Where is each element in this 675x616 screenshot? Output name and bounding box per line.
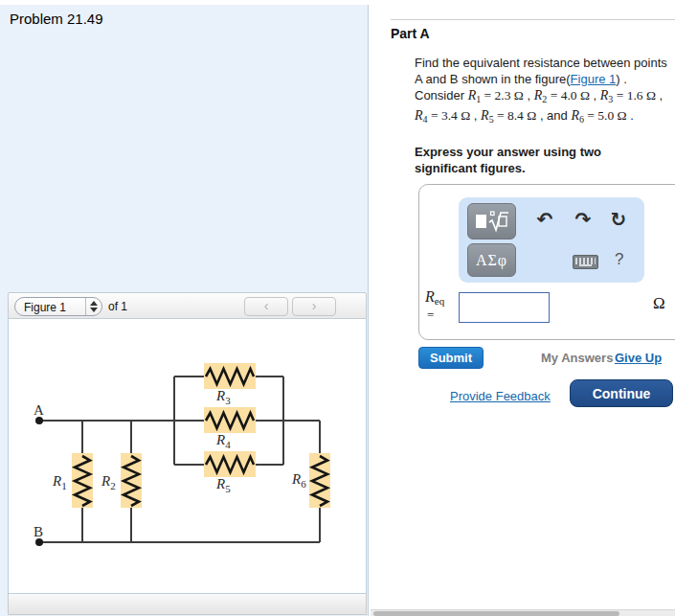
continue-button[interactable]: Continue	[570, 379, 673, 407]
math-var: R	[481, 108, 489, 123]
resistor-label: R1	[52, 473, 67, 491]
my-answers-label: My Answers	[541, 351, 613, 365]
help-icon[interactable]: ?	[615, 250, 623, 269]
math-value: = 3.4 Ω	[428, 108, 471, 123]
problem-text: .	[627, 108, 634, 123]
figure-toolbar: Figure 1 of 1 ‹ ›	[8, 292, 367, 319]
figure-select-value: Figure 1	[24, 301, 66, 314]
page-title: Problem 21.49	[10, 11, 103, 27]
figure-widget: Figure 1 of 1 ‹ ›	[8, 292, 367, 616]
unit-label: Ω	[653, 294, 665, 313]
reset-icon[interactable]: ↻	[607, 207, 630, 232]
next-figure-button[interactable]: ›	[292, 297, 336, 316]
scrollbar-thumb[interactable]	[373, 611, 619, 616]
equation-toolbar: ΑΣφ ↶ ↷ ↻ ?	[459, 197, 644, 283]
problem-text: Find the equivalent resistance between p…	[415, 56, 667, 86]
resistor-label: R6	[291, 471, 306, 490]
answer-box: ΑΣφ ↶ ↷ ↻ ? Req = Ω	[418, 184, 675, 340]
resistor-label: R3	[215, 388, 231, 406]
node-b-label: B	[34, 524, 43, 539]
circuit-figure: A B R1 R2 R3 R4 R5 R6	[8, 319, 367, 594]
sqrt-template-icon	[475, 210, 509, 233]
divider	[391, 19, 675, 20]
problem-text: ,	[470, 108, 481, 123]
problem-text: ,	[524, 88, 534, 103]
req-base: R	[425, 288, 435, 305]
math-value: = 2.3 Ω	[481, 88, 524, 103]
problem-text: ,	[656, 88, 663, 103]
assignment-panel: Problem 21.49 Figure 1 of 1 ‹ ›	[0, 5, 369, 616]
undo-icon[interactable]: ↶	[533, 207, 556, 232]
figure-footer-bar	[8, 594, 367, 615]
equation-template-button[interactable]	[467, 203, 516, 240]
arrow-down-icon	[90, 308, 98, 312]
horizontal-scrollbar[interactable]	[371, 609, 675, 616]
circuit-diagram: A B R1 R2 R3 R4 R5 R6	[9, 319, 366, 594]
keyboard-icon[interactable]	[573, 255, 598, 269]
resistor-label: R2	[101, 473, 116, 491]
provide-feedback-link[interactable]: Provide Feedback	[450, 389, 551, 403]
math-var: R	[468, 88, 477, 103]
give-up-link[interactable]: Give Up	[615, 351, 662, 365]
math-value: = 4.0 Ω	[547, 88, 590, 103]
part-a-panel: Part A Find the equivalent resistance be…	[369, 0, 675, 616]
math-value: = 1.6 Ω	[613, 88, 656, 103]
resistor-label: R4	[215, 432, 231, 450]
problem-text: , and	[536, 108, 571, 123]
previous-figure-button[interactable]: ‹	[244, 297, 288, 316]
part-a-heading: Part A	[391, 26, 430, 41]
equals-sign: =	[427, 308, 434, 323]
figure-select-dropdown[interactable]: Figure 1	[14, 297, 102, 316]
stepper-icon	[85, 298, 101, 315]
submit-button[interactable]: Submit	[418, 347, 484, 369]
express-instruction: Express your answer using two significan…	[415, 144, 644, 176]
math-var: R	[571, 108, 579, 123]
arrow-up-icon	[90, 301, 98, 306]
node-a-dot	[35, 417, 43, 424]
figure-count-label: of 1	[108, 300, 127, 313]
answer-input[interactable]	[459, 292, 550, 323]
problem-statement: Find the equivalent resistance between p…	[415, 55, 669, 127]
redo-icon[interactable]: ↷	[572, 207, 595, 232]
node-a-label: A	[34, 402, 44, 418]
node-b-dot	[35, 538, 43, 546]
problem-text: ,	[590, 88, 600, 103]
answer-variable-label: Req	[425, 288, 444, 307]
resistor-label: R5	[215, 476, 231, 494]
math-value: = 8.4 Ω	[494, 108, 537, 123]
greek-symbols-button[interactable]: ΑΣφ	[467, 243, 516, 277]
math-value: = 5.0 Ω	[584, 108, 627, 123]
math-var: R	[534, 88, 543, 103]
figure-link[interactable]: Figure 1	[571, 72, 617, 86]
req-sub: eq	[435, 295, 444, 307]
math-var: R	[415, 108, 423, 123]
